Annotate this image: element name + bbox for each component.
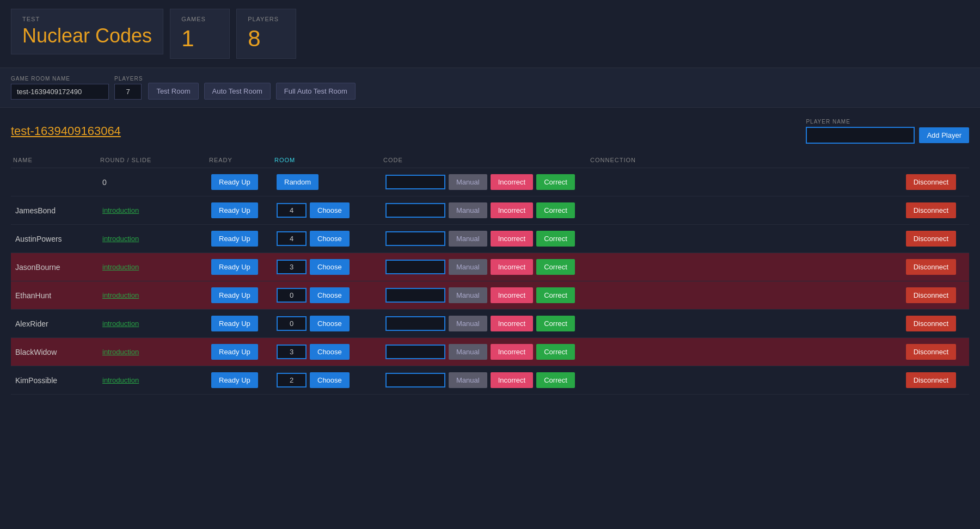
code-cell: ManualIncorrectCorrect: [383, 316, 590, 331]
manual-button[interactable]: Manual: [449, 259, 487, 275]
disconnect-button[interactable]: Disconnect: [906, 174, 956, 190]
correct-button[interactable]: Correct: [536, 174, 575, 190]
ready-cell: Ready Up: [209, 174, 274, 190]
choose-button[interactable]: Choose: [310, 372, 350, 388]
full-auto-test-room-button[interactable]: Full Auto Test Room: [276, 83, 356, 100]
choose-button[interactable]: Choose: [310, 231, 350, 247]
ready-up-button[interactable]: Ready Up: [211, 174, 258, 190]
player-name-input[interactable]: [806, 127, 915, 144]
correct-button[interactable]: Correct: [536, 202, 575, 218]
incorrect-button[interactable]: Incorrect: [491, 316, 534, 331]
slide-link[interactable]: introduction: [102, 348, 139, 356]
room-input[interactable]: [277, 288, 307, 303]
choose-button[interactable]: Choose: [310, 287, 350, 303]
incorrect-button[interactable]: Incorrect: [491, 344, 534, 360]
round-slide-cell: 0: [100, 178, 209, 187]
correct-button[interactable]: Correct: [536, 259, 575, 275]
incorrect-button[interactable]: Incorrect: [491, 231, 534, 247]
ready-cell: Ready Up: [209, 259, 274, 275]
disconnect-button[interactable]: Disconnect: [906, 231, 956, 247]
slide-link[interactable]: introduction: [102, 319, 139, 328]
ready-up-button[interactable]: Ready Up: [211, 344, 258, 360]
slide-link[interactable]: introduction: [102, 235, 139, 243]
test-room-button[interactable]: Test Room: [148, 83, 198, 100]
room-id[interactable]: test-1639409163064: [11, 124, 121, 138]
controls-bar: GAME ROOM NAME PLAYERS Test Room Auto Te…: [0, 68, 980, 108]
room-input[interactable]: [277, 345, 307, 359]
col-header-connection: CONNECTION: [588, 157, 969, 163]
room-input[interactable]: [277, 231, 307, 246]
code-input[interactable]: [385, 345, 445, 359]
ready-up-button[interactable]: Ready Up: [211, 316, 258, 331]
manual-button[interactable]: Manual: [449, 372, 487, 388]
code-input[interactable]: [385, 288, 445, 303]
ready-up-button[interactable]: Ready Up: [211, 259, 258, 275]
manual-button[interactable]: Manual: [449, 316, 487, 331]
disconnect-button[interactable]: Disconnect: [906, 259, 956, 275]
disconnect-button[interactable]: Disconnect: [906, 316, 956, 331]
player-name-cell: BlackWidow: [13, 348, 100, 356]
room-name-input[interactable]: [11, 84, 109, 100]
room-input[interactable]: [277, 260, 307, 274]
ready-up-button[interactable]: Ready Up: [211, 372, 258, 388]
code-cell: ManualIncorrectCorrect: [383, 231, 590, 247]
main-content: test-1639409163064 PLAYER NAME Add Playe…: [0, 108, 980, 405]
code-input[interactable]: [385, 316, 445, 331]
ready-up-button[interactable]: Ready Up: [211, 202, 258, 218]
correct-button[interactable]: Correct: [536, 316, 575, 331]
add-player-button[interactable]: Add Player: [919, 127, 969, 143]
table-row: AustinPowersintroductionReady UpChooseMa…: [11, 225, 969, 253]
ready-up-button[interactable]: Ready Up: [211, 287, 258, 303]
incorrect-button[interactable]: Incorrect: [491, 202, 534, 218]
code-input[interactable]: [385, 231, 445, 246]
disconnect-button[interactable]: Disconnect: [906, 344, 956, 360]
round-slide-cell: introduction: [100, 376, 209, 384]
code-input[interactable]: [385, 373, 445, 387]
slide-link[interactable]: introduction: [102, 263, 139, 271]
connection-cell: Disconnect: [590, 316, 967, 331]
player-name-row: Add Player: [806, 127, 969, 144]
manual-button[interactable]: Manual: [449, 202, 487, 218]
manual-button[interactable]: Manual: [449, 344, 487, 360]
incorrect-button[interactable]: Incorrect: [491, 372, 534, 388]
choose-button[interactable]: Choose: [310, 259, 350, 275]
round-slide-cell: introduction: [100, 206, 209, 214]
correct-button[interactable]: Correct: [536, 287, 575, 303]
auto-test-room-button[interactable]: Auto Test Room: [204, 83, 271, 100]
ready-cell: Ready Up: [209, 372, 274, 388]
disconnect-button[interactable]: Disconnect: [906, 287, 956, 303]
choose-button[interactable]: Choose: [310, 344, 350, 360]
players-input[interactable]: [114, 84, 142, 100]
game-title: Nuclear Codes: [22, 24, 152, 47]
round-slide-cell: introduction: [100, 319, 209, 328]
player-name-cell: KimPossible: [13, 376, 100, 385]
code-cell: ManualIncorrectCorrect: [383, 344, 590, 360]
random-button[interactable]: Random: [277, 174, 318, 190]
slide-link[interactable]: introduction: [102, 206, 139, 214]
room-input[interactable]: [277, 316, 307, 331]
manual-button[interactable]: Manual: [449, 231, 487, 247]
room-cell: Choose: [274, 202, 383, 218]
slide-link[interactable]: introduction: [102, 376, 139, 384]
room-input[interactable]: [277, 203, 307, 218]
choose-button[interactable]: Choose: [310, 202, 350, 218]
incorrect-button[interactable]: Incorrect: [491, 174, 534, 190]
choose-button[interactable]: Choose: [310, 316, 350, 331]
manual-button[interactable]: Manual: [449, 174, 487, 190]
manual-button[interactable]: Manual: [449, 287, 487, 303]
correct-button[interactable]: Correct: [536, 344, 575, 360]
slide-link[interactable]: introduction: [102, 291, 139, 299]
correct-button[interactable]: Correct: [536, 231, 575, 247]
correct-button[interactable]: Correct: [536, 372, 575, 388]
room-input[interactable]: [277, 373, 307, 387]
table-row: BlackWidowintroductionReady UpChooseManu…: [11, 338, 969, 366]
ready-up-button[interactable]: Ready Up: [211, 231, 258, 247]
incorrect-button[interactable]: Incorrect: [491, 259, 534, 275]
disconnect-button[interactable]: Disconnect: [906, 372, 956, 388]
code-input[interactable]: [385, 260, 445, 274]
col-header-room: ROOM: [272, 157, 381, 163]
code-input[interactable]: [385, 175, 445, 189]
code-input[interactable]: [385, 203, 445, 218]
incorrect-button[interactable]: Incorrect: [491, 287, 534, 303]
disconnect-button[interactable]: Disconnect: [906, 202, 956, 218]
